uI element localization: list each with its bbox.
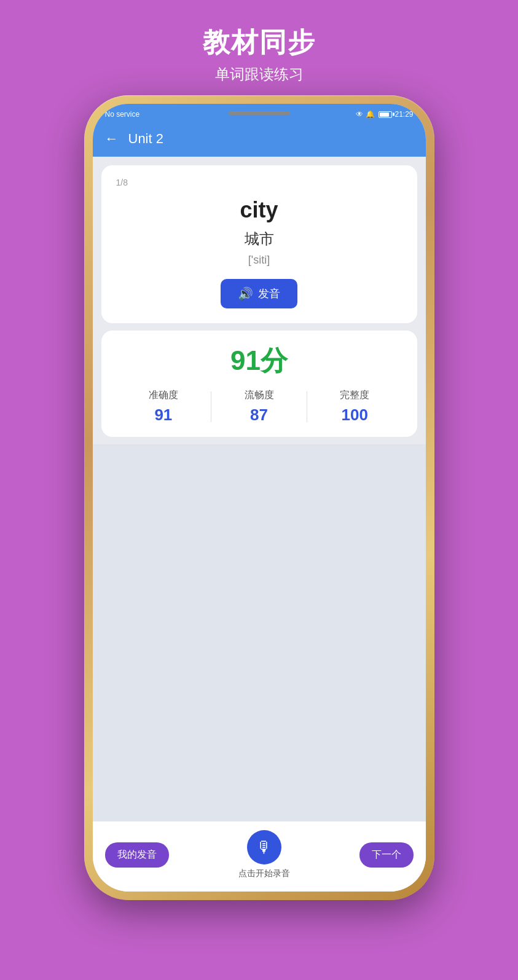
nav-bar: ← Unit 2 (93, 123, 426, 157)
fluency-label: 流畅度 (211, 389, 307, 402)
eye-icon: 👁 (356, 110, 363, 119)
record-button[interactable]: 🎙 (247, 830, 281, 864)
score-item-accuracy: 准确度 91 (116, 389, 211, 425)
record-hint: 点击开始录音 (238, 868, 290, 879)
speaker-icon: 🔊 (238, 286, 253, 301)
word-english: city (116, 197, 402, 223)
phone-shell: No service 👁 🔔 21:29 ← Unit 2 1/8 city 城… (84, 95, 434, 900)
page-subtitle: 单词跟读练习 (203, 65, 316, 84)
word-chinese: 城市 (116, 229, 402, 249)
my-sound-button[interactable]: 我的发音 (105, 842, 169, 868)
accuracy-value: 91 (116, 406, 211, 425)
total-score: 91分 (116, 343, 402, 379)
pronounce-label: 发音 (258, 286, 280, 301)
record-btn-wrap: 🎙 点击开始录音 (238, 830, 290, 879)
bell-icon: 🔔 (366, 110, 375, 119)
speaker-notch (229, 111, 290, 115)
page-header: 教材同步 单词跟读练习 (203, 0, 316, 84)
completeness-label: 完整度 (307, 389, 402, 402)
completeness-value: 100 (307, 406, 402, 425)
word-phonetic: ['siti] (116, 254, 402, 267)
signal-text: No service (105, 110, 140, 119)
mic-icon: 🎙 (256, 838, 272, 857)
battery-icon (379, 111, 392, 118)
score-card: 91分 准确度 91 流畅度 87 完整度 100 (101, 331, 417, 437)
time-text: 21:29 (394, 110, 413, 119)
phone-inner: No service 👁 🔔 21:29 ← Unit 2 1/8 city 城… (93, 104, 426, 892)
score-metrics-row: 准确度 91 流畅度 87 完整度 100 (116, 389, 402, 425)
back-button[interactable]: ← (105, 131, 119, 147)
status-right: 👁 🔔 21:29 (356, 110, 413, 119)
score-item-completeness: 完整度 100 (307, 389, 402, 425)
content-area: 1/8 city 城市 ['siti] 🔊 发音 91分 准确度 91 (93, 157, 426, 821)
accuracy-label: 准确度 (116, 389, 211, 402)
page-title: 教材同步 (203, 25, 316, 61)
score-item-fluency: 流畅度 87 (211, 389, 307, 425)
lower-area (93, 444, 426, 821)
card-counter: 1/8 (116, 178, 402, 187)
bottom-bar: 我的发音 🎙 点击开始录音 下一个 (93, 821, 426, 892)
pronounce-button[interactable]: 🔊 发音 (221, 279, 297, 308)
word-card: 1/8 city 城市 ['siti] 🔊 发音 (101, 165, 417, 323)
next-button[interactable]: 下一个 (359, 842, 414, 868)
fluency-value: 87 (211, 406, 307, 425)
nav-title: Unit 2 (128, 131, 163, 147)
